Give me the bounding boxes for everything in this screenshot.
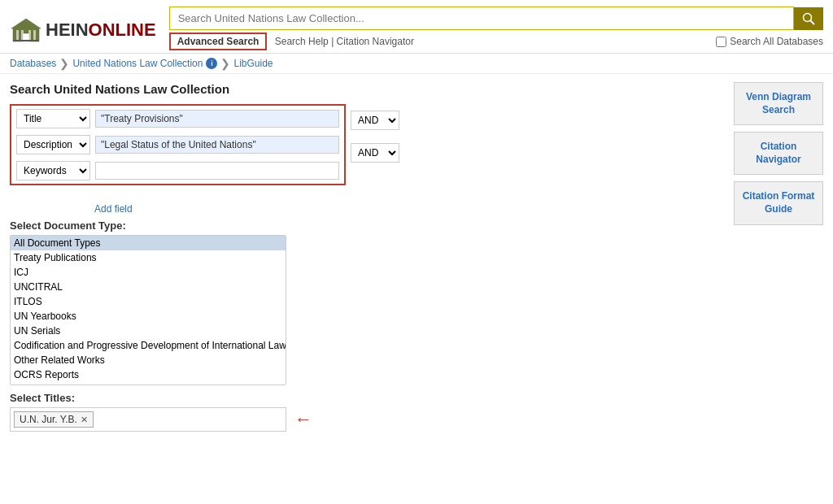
svg-rect-5 (33, 30, 36, 41)
doc-type-option-treaty[interactable]: Treaty Publications (11, 250, 286, 265)
search-help-link[interactable]: Search Help (275, 36, 329, 47)
document-type-list[interactable]: All Document Types Treaty Publications I… (10, 235, 286, 385)
svg-rect-6 (13, 40, 39, 41)
hein-logo-icon (10, 17, 42, 43)
svg-rect-4 (28, 30, 31, 41)
citation-navigator-link[interactable]: Citation Navigator (337, 36, 414, 47)
field-type-select-2[interactable]: Description Title Keywords (16, 135, 90, 154)
select-titles-label: Select Titles: (10, 392, 724, 404)
add-field-link[interactable]: Add field (10, 202, 724, 219)
field-input-1[interactable] (95, 110, 339, 128)
search-links: Advanced Search Search Help | Citation N… (169, 30, 823, 53)
search-input[interactable] (169, 7, 794, 30)
search-fields-box: Title Description Keywords Author Descri… (10, 104, 346, 185)
field-row-1: Title Description Keywords Author (11, 106, 344, 132)
breadcrumb-databases[interactable]: Databases (10, 58, 56, 69)
venn-diagram-button[interactable]: Venn Diagram Search (734, 82, 823, 125)
connector-select-2[interactable]: AND OR NOT (351, 143, 399, 163)
titles-container: U.N. Jur. Y.B. ✕ (10, 407, 286, 432)
doc-type-option-other[interactable]: Other Related Works (11, 353, 286, 367)
breadcrumb: Databases ❯ United Nations Law Collectio… (0, 54, 833, 74)
left-panel: Search United Nations Law Collection Tit… (10, 82, 724, 432)
doc-type-option-gao[interactable]: GAO Reports (11, 382, 286, 385)
field-input-3[interactable] (95, 162, 339, 180)
svg-rect-2 (16, 30, 19, 41)
svg-rect-3 (21, 30, 24, 41)
search-links-right: Search Help | Citation Navigator (272, 36, 414, 47)
doc-type-option-un-yearbooks[interactable]: UN Yearbooks (11, 309, 286, 324)
search-all-checkbox[interactable] (716, 37, 726, 47)
doc-type-option-un-serials[interactable]: UN Serials (11, 324, 286, 338)
field-input-2[interactable] (95, 136, 339, 154)
field-row-3: Keywords Title Description (11, 158, 344, 184)
breadcrumb-sep-2: ❯ (220, 57, 230, 70)
logo-text: HEINONLINE (46, 20, 156, 41)
search-all-label-text: Search All Databases (730, 36, 823, 47)
breadcrumb-sep-1: ❯ (59, 57, 69, 70)
title-tag-text: U.N. Jur. Y.B. (20, 414, 77, 425)
section-title: Search United Nations Law Collection (10, 82, 724, 96)
doc-type-option-ocrs[interactable]: OCRS Reports (11, 367, 286, 382)
search-button[interactable] (794, 7, 823, 30)
breadcrumb-collection[interactable]: United Nations Law Collection (72, 58, 203, 69)
main-content: Search United Nations Law Collection Tit… (0, 74, 833, 440)
svg-line-8 (811, 20, 814, 24)
search-bar-row (169, 7, 823, 30)
header: HEINONLINE Advanced Search Search Help |… (0, 0, 833, 54)
doc-type-option-codification[interactable]: Codification and Progressive Development… (11, 338, 286, 353)
search-area: Advanced Search Search Help | Citation N… (169, 7, 823, 53)
red-arrow-icon: ← (294, 409, 312, 430)
connector-select-1[interactable]: AND OR NOT (351, 111, 399, 130)
advanced-search-button[interactable]: Advanced Search (169, 33, 268, 50)
title-tag: U.N. Jur. Y.B. ✕ (14, 411, 94, 428)
field-type-select-3[interactable]: Keywords Title Description (16, 161, 90, 180)
arrow-indicator: ← (286, 409, 312, 430)
field-row-2: Description Title Keywords (11, 132, 344, 158)
logo-area: HEINONLINE (10, 17, 156, 43)
citation-navigator-button[interactable]: Citation Navigator (734, 132, 823, 175)
doc-type-option-itlos[interactable]: ITLOS (11, 294, 286, 309)
doc-type-title: Select Document Type: (10, 219, 724, 232)
doc-type-option-all[interactable]: All Document Types (11, 236, 286, 250)
field-type-select-1[interactable]: Title Description Keywords Author (16, 109, 90, 128)
title-tag-remove[interactable]: ✕ (81, 415, 88, 425)
connector-column: AND OR NOT AND OR NOT (351, 104, 399, 163)
breadcrumb-libguide[interactable]: LibGuide (233, 58, 273, 69)
search-all-databases: Search All Databases (716, 36, 823, 47)
info-icon[interactable]: i (206, 58, 217, 69)
doc-type-option-uncitral[interactable]: UNCITRAL (11, 280, 286, 294)
citation-format-button[interactable]: Citation Format Guide (734, 181, 823, 224)
right-panel: Venn Diagram Search Citation Navigator C… (734, 82, 823, 432)
doc-type-option-icj[interactable]: ICJ (11, 265, 286, 280)
search-icon (802, 12, 815, 25)
